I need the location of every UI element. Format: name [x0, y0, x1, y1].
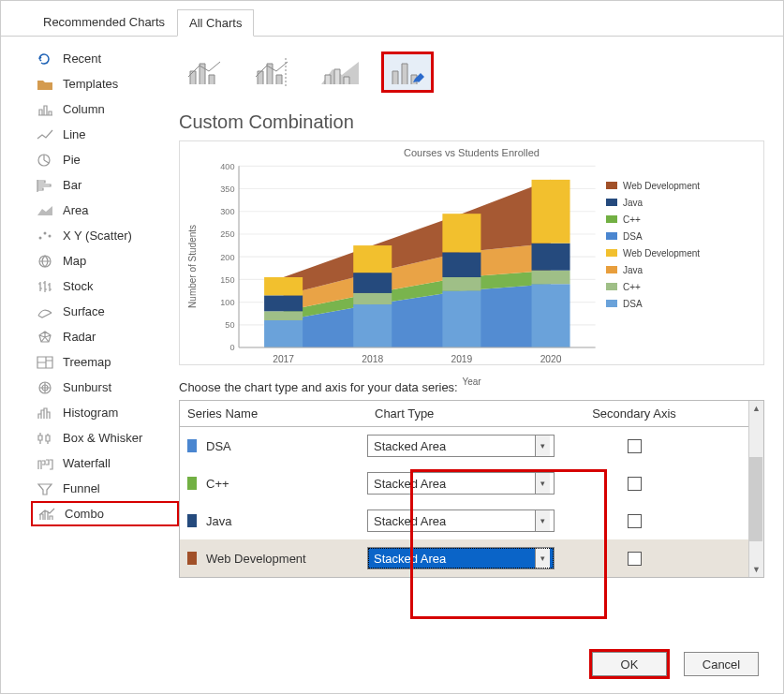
funnel-icon [37, 482, 53, 495]
col-series-name: Series Name [180, 401, 367, 426]
chevron-down-icon: ▾ [535, 473, 550, 494]
secondary-axis-checkbox[interactable] [628, 552, 642, 566]
series-name-label: Java [206, 514, 231, 528]
scroll-down-icon[interactable]: ▼ [749, 562, 764, 577]
combo-subtype-1[interactable] [179, 52, 231, 93]
surface-icon [37, 305, 53, 318]
box-whisker-icon [37, 432, 53, 445]
svg-text:2020: 2020 [540, 354, 562, 364]
sidebar-item-label: Area [63, 203, 88, 217]
series-row[interactable]: Web DevelopmentStacked Area▾ [180, 539, 763, 577]
waterfall-icon [37, 457, 53, 470]
sidebar-item-histogram[interactable]: Histogram [31, 400, 179, 425]
series-row[interactable]: C++Stacked Area▾ [180, 465, 763, 502]
sidebar-item-templates[interactable]: Templates [31, 71, 179, 96]
series-name-label: Web Development [206, 552, 306, 566]
chart-type-value: Stacked Area [374, 477, 446, 491]
svg-rect-39 [532, 244, 570, 271]
series-row[interactable]: DSAStacked Area▾ [180, 427, 763, 465]
sidebar-item-stock[interactable]: Stock [31, 273, 179, 299]
sidebar-item-combo[interactable]: Combo [31, 501, 179, 526]
svg-rect-38 [532, 271, 570, 285]
sidebar-item-scatter[interactable]: X Y (Scatter) [31, 223, 179, 248]
folder-icon [37, 78, 53, 91]
sidebar-item-label: Box & Whisker [63, 431, 142, 445]
line-icon [37, 128, 53, 141]
scatter-icon [37, 229, 53, 243]
sidebar-item-map[interactable]: Map [31, 248, 179, 273]
sidebar-item-column[interactable]: Column [31, 96, 179, 122]
svg-text:250: 250 [220, 229, 234, 239]
combo-subtype-custom[interactable] [381, 52, 434, 93]
cancel-button[interactable]: Cancel [684, 652, 759, 676]
tab-recommended[interactable]: Recommended Charts [31, 8, 177, 36]
chart-type-value: Stacked Area [374, 439, 446, 453]
secondary-axis-checkbox[interactable] [628, 439, 642, 453]
sidebar-item-label: Templates [63, 77, 118, 91]
combo-subtype-3[interactable] [314, 52, 366, 93]
sidebar-item-pie[interactable]: Pie [31, 147, 179, 172]
chart-type-dropdown[interactable]: Stacked Area▾ [367, 472, 555, 495]
sidebar-item-label: Recent [63, 52, 101, 66]
sidebar-item-label: Histogram [63, 406, 118, 420]
sidebar-item-surface[interactable]: Surface [31, 299, 179, 324]
chart-type-value: Stacked Area [374, 552, 446, 566]
series-row[interactable]: JavaStacked Area▾ [180, 502, 763, 539]
treemap-icon [37, 356, 53, 369]
sidebar-item-sunburst[interactable]: Sunburst [31, 375, 179, 400]
sidebar-item-label: Combo [65, 507, 104, 521]
chart-type-value: Stacked Area [374, 514, 446, 528]
tab-all-charts[interactable]: All Charts [177, 9, 254, 37]
sidebar-item-area[interactable]: Area [31, 198, 179, 223]
subtype-heading: Custom Combination [179, 111, 764, 133]
svg-rect-26 [264, 311, 303, 320]
recent-icon [37, 52, 53, 66]
sidebar-item-label: Map [63, 254, 86, 268]
sidebar-item-bar[interactable]: Bar [31, 172, 179, 198]
sidebar-item-label: Bar [63, 178, 81, 192]
scroll-thumb[interactable] [749, 457, 762, 541]
sidebar-item-recent[interactable]: Recent [31, 46, 179, 71]
histogram-icon [37, 406, 53, 420]
sidebar-item-waterfall[interactable]: Waterfall [31, 450, 179, 476]
chart-type-dropdown[interactable]: Stacked Area▾ [367, 547, 555, 569]
grid-scrollbar[interactable]: ▲ ▼ [748, 401, 763, 577]
chart-plot: 0501001502002503003504002017201820192020 [200, 158, 606, 375]
radar-icon [37, 331, 53, 344]
svg-text:100: 100 [220, 298, 234, 307]
sidebar-item-radar[interactable]: Radar [31, 324, 179, 349]
sidebar-item-label: Funnel [63, 481, 100, 495]
sidebar-item-treemap[interactable]: Treemap [31, 349, 179, 375]
sidebar-item-label: Line [63, 127, 86, 141]
column-icon [37, 103, 53, 116]
series-color-swatch [187, 552, 197, 565]
svg-rect-32 [353, 245, 392, 273]
sidebar-item-boxwhisker[interactable]: Box & Whisker [31, 425, 179, 450]
stock-icon [37, 280, 53, 293]
col-chart-type: Chart Type [367, 401, 573, 426]
chevron-down-icon: ▾ [535, 548, 550, 568]
svg-text:2017: 2017 [273, 354, 294, 364]
ok-button[interactable]: OK [592, 652, 667, 676]
svg-text:300: 300 [220, 207, 234, 216]
secondary-axis-checkbox[interactable] [628, 477, 642, 491]
svg-text:50: 50 [225, 320, 234, 330]
svg-rect-40 [532, 180, 570, 244]
svg-point-1 [39, 236, 42, 239]
sidebar-item-label: Radar [63, 330, 96, 344]
map-icon [37, 255, 53, 268]
scroll-up-icon[interactable]: ▲ [749, 401, 764, 416]
secondary-axis-checkbox[interactable] [628, 514, 642, 528]
sidebar-item-label: Column [63, 102, 105, 116]
series-grid: Series Name Chart Type Secondary Axis DS… [179, 400, 764, 578]
chevron-down-icon: ▾ [535, 510, 550, 531]
series-name-label: DSA [206, 439, 231, 453]
chart-type-dropdown[interactable]: Stacked Area▾ [367, 509, 555, 532]
chevron-down-icon: ▾ [535, 436, 550, 456]
combo-subtype-2[interactable] [246, 52, 299, 93]
series-name-label: C++ [206, 477, 229, 491]
chart-type-dropdown[interactable]: Stacked Area▾ [367, 435, 555, 457]
sidebar-item-funnel[interactable]: Funnel [31, 476, 179, 501]
sidebar-item-line[interactable]: Line [31, 122, 179, 147]
svg-rect-31 [353, 273, 392, 293]
